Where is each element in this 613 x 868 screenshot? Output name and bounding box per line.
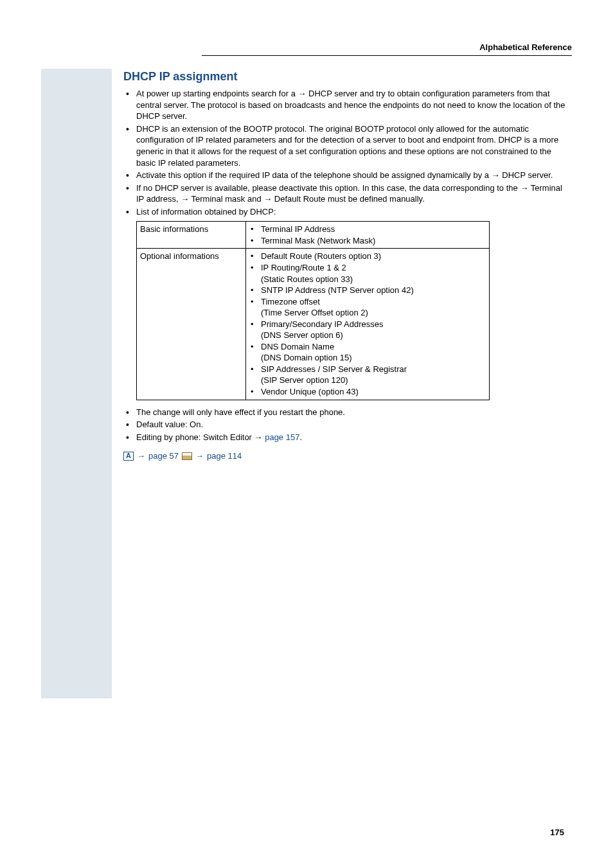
bullet-list-top: At power up starting endpoints search fo… [123,88,572,217]
text-span: The change will only have effect if you … [136,407,345,417]
arrow-icon: → [492,170,500,180]
table-list-item: (DNS Domain option 15) [249,352,486,364]
running-header: Alphabetical Reference [479,42,572,52]
content-row: DHCP IP assignment At power up starting … [41,69,572,837]
main-content: DHCP IP assignment At power up starting … [123,69,572,837]
table-cell-items: Terminal IP AddressTerminal Mask (Networ… [246,222,490,249]
admin-a-icon: A [123,452,134,461]
table-list-item: (Time Server Offset option 2) [249,307,486,319]
text-span: DHCP is an extension of the BOOTP protoc… [136,124,558,168]
list-item: At power up starting endpoints search fo… [123,88,572,122]
table-list-item: Default Route (Routers option 3) [249,251,486,262]
table-cell-label: Optional informations [137,249,246,400]
sidebar-tint [41,69,112,698]
text-span: . [299,432,302,442]
cross-reference-line: A → page 57 → page 114 [123,450,572,462]
table-list-item: Terminal Mask (Network Mask) [249,235,486,247]
header-rule: Alphabetical Reference [202,41,572,56]
section-title: DHCP IP assignment [123,69,572,84]
list-item: Default value: On. [123,419,572,430]
text-span: Default value: On. [136,420,203,429]
table-cell-items: Default Route (Routers option 3)IP Routi… [246,249,490,400]
table-list-item: (SIP Server option 120) [249,375,486,386]
page-number: 175 [550,828,564,837]
table-list-item: Vendor Unique (option 43) [249,386,486,398]
table-list-item: SNTP IP Address (NTP Server option 42) [249,285,486,296]
arrow-icon: → [195,450,204,462]
text-span: Activate this option if the required IP … [136,170,492,180]
text-span: List of information obtained by DHCP: [136,207,276,217]
table-cell-label: Basic informations [137,222,246,249]
arrow-icon: → [263,194,272,204]
list-item: If no DHCP server is available, please d… [123,182,572,205]
bullet-list-bottom: The change will only have effect if you … [123,407,572,443]
page-ref-link[interactable]: page 57 [148,450,179,462]
table-list-item: Primary/Secondary IP Addresses [249,319,486,330]
arrow-icon: → [181,194,189,204]
list-item: Activate this option if the required IP … [123,170,572,181]
text-span: Default Route must be defined manually. [272,194,425,204]
table-list-item: IP Routing/Route 1 & 2 [249,262,486,274]
text-span: If no DHCP server is available, please d… [136,183,520,193]
table-row: Optional informationsDefault Route (Rout… [137,249,490,400]
text-span: Editing by phone: Switch Editor [136,432,254,442]
arrow-icon: → [298,89,306,98]
page-ref-link[interactable]: page 157 [263,432,300,442]
text-span: DHCP server. [500,170,553,180]
list-item: The change will only have effect if you … [123,407,572,418]
table-list-item: Timezone offset [249,296,486,308]
list-item: DHCP is an extension of the BOOTP protoc… [123,123,572,168]
list-item: List of information obtained by DHCP: [123,206,572,218]
table-list-item: Terminal IP Address [249,224,486,235]
text-span: At power up starting endpoints search fo… [136,89,298,98]
arrow-icon: → [137,450,145,462]
table-list-item: (DNS Server option 6) [249,330,486,341]
arrow-icon: → [520,183,528,193]
dhcp-info-table: Basic informationsTerminal IP AddressTer… [136,221,490,400]
list-item: Editing by phone: Switch Editor → page 1… [123,432,572,443]
page-ref-link[interactable]: page 114 [207,450,242,462]
arrow-icon: → [254,432,263,442]
table-list-item: DNS Domain Name [249,341,486,353]
table-list-item: (Static Routes option 33) [249,274,486,285]
table-list-item: SIP Addresses / SIP Server & Registrar [249,364,486,375]
card-icon [182,452,192,460]
table-row: Basic informationsTerminal IP AddressTer… [137,222,490,249]
text-span: Terminal mask and [189,194,263,204]
page: Alphabetical Reference DHCP IP assignmen… [0,0,613,868]
